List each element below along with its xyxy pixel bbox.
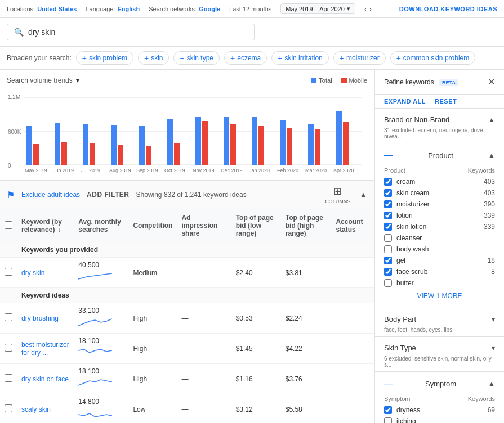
broaden-row: Broaden your search: + skin problem + sk… bbox=[0, 47, 504, 70]
broaden-chip-3[interactable]: + eczema bbox=[224, 51, 267, 65]
filter-item-symptom-0: dryness 69 bbox=[384, 404, 495, 416]
location-value[interactable]: United States bbox=[37, 6, 77, 12]
download-button[interactable]: DOWNLOAD KEYWORD IDEAS bbox=[399, 6, 497, 12]
search-input[interactable] bbox=[28, 28, 247, 37]
chart-area: Search volume trends ▾ Total Mobile 1.2M bbox=[0, 70, 374, 181]
bid-low-0: $2.40 bbox=[231, 258, 281, 288]
idea-row-checkbox-2[interactable] bbox=[5, 374, 12, 382]
idea-impression-3: — bbox=[177, 394, 231, 424]
filter-checkbox-product-7[interactable] bbox=[384, 256, 392, 264]
th-impression[interactable]: Ad impression share bbox=[177, 209, 231, 242]
filter-section-header-symptom[interactable]: —Symptom▲ bbox=[375, 372, 504, 395]
filter-checkbox-product-0[interactable] bbox=[384, 178, 392, 186]
idea-row-checkbox-3[interactable] bbox=[5, 404, 12, 412]
select-all-checkbox[interactable] bbox=[5, 221, 12, 229]
reset-button[interactable]: RESET bbox=[435, 98, 457, 105]
filter-item-product-4: skin lotion 339 bbox=[384, 221, 495, 232]
close-icon[interactable]: ✕ bbox=[488, 76, 495, 87]
expand-all-button[interactable]: EXPAND ALL bbox=[384, 98, 426, 105]
filter-checkbox-product-5[interactable] bbox=[384, 234, 392, 242]
th-account[interactable]: Account status bbox=[331, 209, 374, 242]
svg-rect-15 bbox=[174, 143, 180, 165]
th-competition[interactable]: Competition bbox=[128, 209, 177, 242]
idea-bid-high-2: $3.76 bbox=[281, 364, 332, 394]
idea-keyword-name-3[interactable]: scaly skin bbox=[21, 406, 51, 413]
filter-checkbox-product-2[interactable] bbox=[384, 200, 392, 208]
minus-icon-symptom[interactable]: — bbox=[384, 379, 393, 389]
total-color-dot bbox=[311, 78, 316, 83]
idea-keyword-name-2[interactable]: dry skin on face bbox=[21, 375, 69, 383]
filter-item-label-product-6: body wash bbox=[396, 245, 495, 253]
table-row: dry skin 40,500 Medium — $2.40 $3.81 bbox=[0, 258, 374, 288]
location-item: Locations: United States bbox=[7, 6, 77, 12]
idea-impression-0: — bbox=[177, 303, 231, 334]
main-layout: Search volume trends ▾ Total Mobile 1.2M bbox=[0, 70, 504, 423]
svg-text:Oct 2019: Oct 2019 bbox=[164, 168, 185, 173]
broaden-chip-6[interactable]: + common skin problem bbox=[390, 51, 476, 65]
th-avg[interactable]: Avg. monthly searches bbox=[74, 209, 128, 242]
svg-rect-27 bbox=[343, 122, 349, 165]
chevron-icon-symptom: ▲ bbox=[488, 380, 495, 388]
columns-button[interactable]: ⊞ COLUMNS bbox=[325, 185, 350, 204]
chevron-icon-product: ▲ bbox=[488, 151, 495, 159]
minus-icon-product[interactable]: — bbox=[384, 150, 393, 160]
search-bar: 🔍 bbox=[0, 18, 504, 47]
svg-text:Jan 2020: Jan 2020 bbox=[249, 168, 270, 173]
idea-keyword-name-1[interactable]: best moisturizer for dry ... bbox=[21, 341, 69, 357]
idea-row-checkbox-0[interactable] bbox=[5, 313, 12, 321]
ideas-section-label: Keyword ideas bbox=[17, 288, 374, 303]
keyword-name-provided-0[interactable]: dry skin bbox=[21, 269, 44, 277]
filter-checkbox-product-3[interactable] bbox=[384, 212, 392, 219]
filter-checkbox-product-1[interactable] bbox=[384, 189, 392, 197]
view-more-product[interactable]: VIEW 1 MORE bbox=[384, 289, 495, 303]
filter-checkbox-product-4[interactable] bbox=[384, 223, 392, 231]
svg-rect-26 bbox=[336, 111, 342, 165]
filter-checkbox-product-9[interactable] bbox=[384, 279, 392, 287]
search-input-wrap[interactable]: 🔍 bbox=[7, 24, 255, 40]
language-value[interactable]: English bbox=[117, 6, 140, 12]
provided-section-label: Keywords you provided bbox=[17, 242, 374, 258]
prev-arrow-icon[interactable]: ‹ bbox=[364, 4, 367, 14]
filter-row: ⚑ Exclude adult ideas ADD FILTER Showing… bbox=[0, 181, 374, 209]
filter-checkbox-product-8[interactable] bbox=[384, 268, 392, 276]
broaden-chip-0[interactable]: + skin problem bbox=[76, 51, 133, 65]
col-header-label-product: Product bbox=[384, 167, 405, 174]
add-filter-button[interactable]: ADD FILTER bbox=[87, 191, 129, 199]
filter-checkbox-symptom-0[interactable] bbox=[384, 406, 392, 414]
svg-rect-6 bbox=[55, 123, 60, 165]
idea-keyword-name-0[interactable]: dry brushing bbox=[21, 314, 59, 322]
network-label: Search networks: bbox=[149, 6, 197, 12]
sort-icon: ↓ bbox=[58, 227, 61, 233]
svg-rect-13 bbox=[146, 146, 151, 165]
th-bid-high[interactable]: Top of page bid (high range) bbox=[281, 209, 332, 242]
filter-checkbox-product-6[interactable] bbox=[384, 245, 392, 253]
col-header-kw-symptom: Keywords bbox=[468, 395, 495, 402]
next-arrow-icon[interactable]: › bbox=[369, 4, 372, 14]
row-checkbox-0[interactable] bbox=[5, 268, 12, 276]
date-label: Last 12 months bbox=[229, 6, 271, 12]
idea-bid-high-1: $4.22 bbox=[281, 334, 332, 364]
th-keyword[interactable]: Keyword (by relevance) ↓ bbox=[17, 209, 74, 242]
date-range-picker[interactable]: May 2019 – Apr 2020 ▾ bbox=[280, 3, 355, 14]
th-bid-low[interactable]: Top of page bid (low range) bbox=[231, 209, 281, 242]
svg-rect-11 bbox=[118, 145, 123, 165]
filter-items-header-symptom: SymptomKeywords bbox=[384, 395, 495, 402]
idea-row-checkbox-1[interactable] bbox=[5, 344, 12, 352]
filter-checkbox-symptom-1[interactable] bbox=[384, 417, 392, 423]
svg-text:May 2019: May 2019 bbox=[25, 168, 47, 173]
chart-title[interactable]: Search volume trends bbox=[7, 76, 73, 84]
svg-rect-24 bbox=[308, 124, 314, 165]
exclude-adult-link[interactable]: Exclude adult ideas bbox=[21, 191, 80, 199]
collapse-button[interactable]: ▲ bbox=[359, 190, 367, 199]
filter-section-sub-skintype: 6 excluded: sensitive skin, normal skin,… bbox=[375, 356, 504, 371]
idea-competition-1: High bbox=[128, 334, 177, 364]
legend-total: Total bbox=[311, 77, 332, 84]
broaden-chip-4[interactable]: + skin irritation bbox=[271, 51, 329, 65]
network-value[interactable]: Google bbox=[199, 6, 220, 12]
search-icon: 🔍 bbox=[14, 28, 24, 37]
broaden-chip-1[interactable]: + skin bbox=[138, 51, 170, 65]
broaden-chip-5[interactable]: + moisturizer bbox=[333, 51, 386, 65]
broaden-chip-2[interactable]: + skin type bbox=[173, 51, 220, 65]
showing-text: Showing 832 of 1,241 keyword ideas bbox=[136, 191, 247, 199]
filter-section-header-product[interactable]: —Product▲ bbox=[375, 143, 504, 167]
